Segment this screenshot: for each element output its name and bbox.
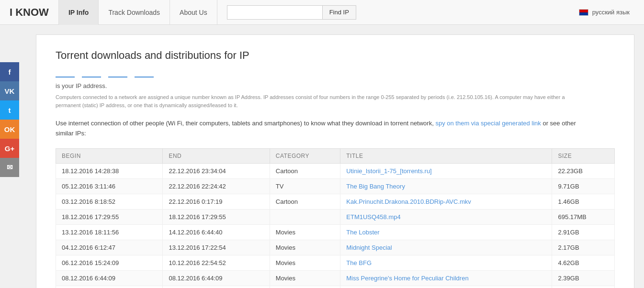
- cell-begin: 08.12.2016 5:49:04: [56, 286, 163, 288]
- title-link[interactable]: Miss Peregrine's Home for Peculiar Child…: [346, 275, 468, 282]
- ip-address-line: is your IP address.: [56, 82, 615, 89]
- cell-category: Movies: [270, 224, 340, 240]
- cell-end: 22.12.2016 23:34:04: [163, 163, 270, 178]
- table-body: 18.12.2016 14:28:3822.12.2016 23:34:04Ca…: [56, 163, 615, 288]
- ip-segments: [56, 69, 615, 78]
- find-ip-button[interactable]: Find IP: [323, 5, 356, 20]
- table-row: 08.12.2016 6:44:0908.12.2016 6:44:09Movi…: [56, 270, 615, 286]
- ok-button[interactable]: OK: [0, 120, 19, 139]
- main-content: Torrent downloads and distributions for …: [26, 25, 644, 288]
- cell-category: [270, 209, 340, 224]
- table-row: 18.12.2016 17:29:5518.12.2016 17:29:55ET…: [56, 209, 615, 224]
- email-button[interactable]: ✉: [0, 158, 19, 177]
- cell-end: 14.12.2016 6:44:40: [163, 224, 270, 240]
- ip-segment-2: [82, 69, 101, 78]
- spy-link[interactable]: spy on them via special generated link: [435, 120, 541, 127]
- ip-segment-3: [108, 69, 127, 78]
- cell-size: 2.17GB: [552, 240, 615, 255]
- nav-tab-ip-info[interactable]: IP Info: [58, 0, 99, 25]
- cell-begin: 03.12.2016 8:18:52: [56, 194, 163, 209]
- ip-is-your-text: is your IP address.: [56, 82, 107, 89]
- header-search: Find IP: [227, 5, 356, 20]
- search-input[interactable]: [227, 5, 323, 20]
- title-link[interactable]: Utinie_Istorii_1-75_[torrents.ru]: [346, 167, 431, 175]
- col-title: TITLE: [340, 148, 552, 163]
- cell-category: Movies: [270, 255, 340, 270]
- col-category: CATEGORY: [270, 148, 340, 163]
- cell-category: Movies: [270, 286, 340, 288]
- nav-tab-track-downloads[interactable]: Track Downloads: [99, 0, 170, 25]
- title-link[interactable]: ETM1USQ458.mp4: [346, 213, 400, 221]
- title-link[interactable]: The Big Bang Theory: [346, 183, 405, 190]
- table-header-row: BEGIN END CATEGORY TITLE SIZE: [56, 148, 615, 163]
- table-row: 18.12.2016 14:28:3822.12.2016 23:34:04Ca…: [56, 163, 615, 178]
- social-sidebar: f VK t OK G+ ✉: [0, 62, 19, 177]
- cell-begin: 18.12.2016 17:29:55: [56, 209, 163, 224]
- table-row: 08.12.2016 5:49:0408.12.2016 6:10:25Movi…: [56, 286, 615, 288]
- cell-end: 18.12.2016 17:29:55: [163, 209, 270, 224]
- cell-category: TV: [270, 178, 340, 194]
- cell-end: 22.12.2016 0:17:19: [163, 194, 270, 209]
- cell-size: 1.46GB: [552, 194, 615, 209]
- twitter-button[interactable]: t: [0, 100, 19, 120]
- header: I KNOW IP Info Track Downloads About Us …: [0, 0, 644, 25]
- cell-begin: 04.12.2016 6:12:47: [56, 240, 163, 255]
- cell-end: 22.12.2016 22:24:42: [163, 178, 270, 194]
- col-end: END: [163, 148, 270, 163]
- cell-size: 2.67GB: [552, 286, 615, 288]
- vk-button[interactable]: VK: [0, 81, 19, 100]
- table-header: BEGIN END CATEGORY TITLE SIZE: [56, 148, 615, 163]
- table-row: 05.12.2016 3:11:4622.12.2016 22:24:42TVT…: [56, 178, 615, 194]
- cell-end: 08.12.2016 6:10:25: [163, 286, 270, 288]
- cell-category: Movies: [270, 240, 340, 255]
- cell-end: 08.12.2016 6:44:09: [163, 270, 270, 286]
- cell-end: 13.12.2016 17:22:54: [163, 240, 270, 255]
- table-row: 03.12.2016 8:18:5222.12.2016 0:17:19Cart…: [56, 194, 615, 209]
- cell-size: 22.23GB: [552, 163, 615, 178]
- cell-size: 2.91GB: [552, 224, 615, 240]
- cell-category: Movies: [270, 270, 340, 286]
- page-title: Torrent downloads and distributions for …: [56, 49, 615, 62]
- description-text: Computers connected to a network are ass…: [56, 93, 582, 109]
- cell-category: Cartoon: [270, 163, 340, 178]
- title-link[interactable]: The BFG: [346, 259, 372, 266]
- cell-begin: 13.12.2016 18:11:56: [56, 224, 163, 240]
- logo: I KNOW: [5, 6, 54, 19]
- cell-begin: 05.12.2016 3:11:46: [56, 178, 163, 194]
- table-row: 13.12.2016 18:11:5614.12.2016 6:44:40Mov…: [56, 224, 615, 240]
- title-link[interactable]: The Lobster: [346, 229, 379, 236]
- table-row: 04.12.2016 6:12:4713.12.2016 17:22:54Mov…: [56, 240, 615, 255]
- header-right: русский язык: [579, 9, 639, 16]
- cell-size: 695.17MB: [552, 209, 615, 224]
- cell-end: 10.12.2016 22:54:52: [163, 255, 270, 270]
- table-row: 06.12.2016 15:24:0910.12.2016 22:54:52Mo…: [56, 255, 615, 270]
- title-link[interactable]: Kak.Prinuchit.Drakona.2010.BDRip-AVC.mkv: [346, 198, 471, 205]
- title-link[interactable]: Midnight Special: [346, 244, 392, 251]
- ip-segment-4: [135, 69, 154, 78]
- cell-begin: 18.12.2016 14:28:38: [56, 163, 163, 178]
- cell-begin: 08.12.2016 6:44:09: [56, 270, 163, 286]
- nav-tabs: IP Info Track Downloads About Us: [58, 0, 217, 24]
- facebook-button[interactable]: f: [0, 62, 19, 81]
- flag-icon: [579, 9, 588, 16]
- cell-size: 4.62GB: [552, 255, 615, 270]
- cell-category: Cartoon: [270, 194, 340, 209]
- col-begin: BEGIN: [56, 148, 163, 163]
- nav-tab-about-us[interactable]: About Us: [170, 0, 217, 25]
- language-selector[interactable]: русский язык: [592, 9, 630, 16]
- info-text-1: Use internet connection of other people …: [56, 120, 434, 127]
- cell-begin: 06.12.2016 15:24:09: [56, 255, 163, 270]
- ip-segment-1: [56, 69, 75, 78]
- col-size: SIZE: [552, 148, 615, 163]
- info-paragraph: Use internet connection of other people …: [56, 119, 582, 139]
- downloads-table: BEGIN END CATEGORY TITLE SIZE 18.12.2016…: [56, 148, 615, 288]
- google-plus-button[interactable]: G+: [0, 139, 19, 158]
- content-box: Torrent downloads and distributions for …: [36, 34, 634, 288]
- cell-size: 9.71GB: [552, 178, 615, 194]
- cell-size: 2.39GB: [552, 270, 615, 286]
